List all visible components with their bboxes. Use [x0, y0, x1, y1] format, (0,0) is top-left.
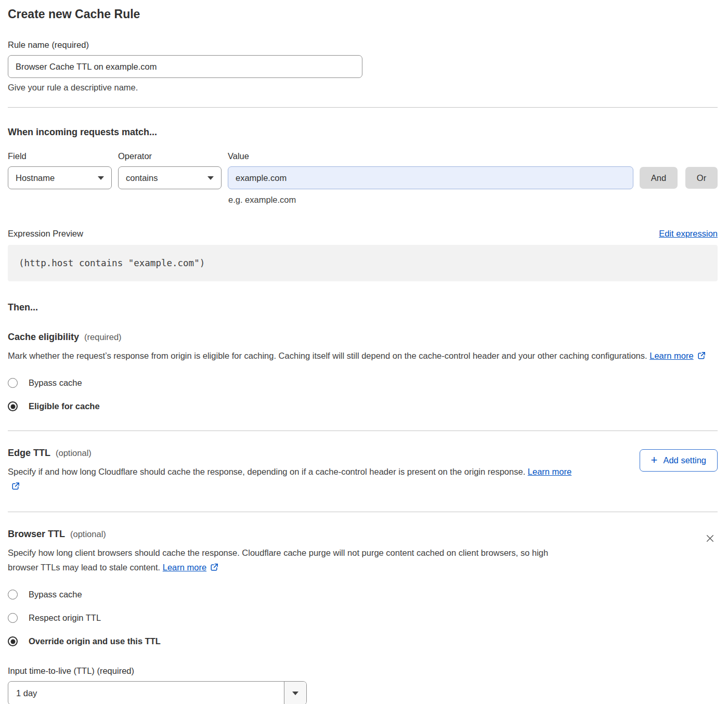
- learn-more-link[interactable]: Learn more: [528, 467, 571, 476]
- match-condition-row: Hostname contains And Or: [8, 166, 718, 189]
- radio-eligible-for-cache[interactable]: Eligible for cache: [8, 401, 100, 411]
- radio-selected-icon: [8, 636, 18, 646]
- browser-ttl-title: Browser TTL: [8, 529, 65, 540]
- divider: [8, 107, 718, 108]
- cache-eligibility-title-row: Cache eligibility (required): [8, 332, 718, 343]
- browser-ttl-radio-group: Bypass cache Respect origin TTL Override…: [8, 590, 718, 646]
- learn-more-link[interactable]: Learn more: [163, 563, 206, 572]
- ttl-select-value: 1 day: [8, 682, 284, 704]
- plus-icon: +: [651, 454, 658, 466]
- cache-eligibility-badge: (required): [84, 332, 122, 342]
- cache-eligibility-title: Cache eligibility: [8, 332, 79, 343]
- value-column-label: Value: [228, 151, 249, 161]
- radio-bypass-cache-browser[interactable]: Bypass cache: [8, 590, 82, 599]
- edge-ttl-title: Edge TTL: [8, 448, 50, 459]
- browser-ttl-title-row: Browser TTL (optional): [8, 529, 703, 540]
- browser-ttl-description: Specify how long client browsers should …: [8, 545, 577, 576]
- page-title: Create new Cache Rule: [8, 7, 718, 21]
- external-link-icon: [210, 564, 218, 573]
- value-input[interactable]: [228, 166, 633, 189]
- field-select[interactable]: Hostname: [8, 166, 112, 189]
- edge-ttl-title-row: Edge TTL (optional): [8, 448, 640, 459]
- radio-override-origin-ttl[interactable]: Override origin and use this TTL: [8, 636, 161, 646]
- browser-ttl-description-text: Specify how long client browsers should …: [8, 548, 548, 572]
- chevron-down-icon: [207, 176, 214, 180]
- value-example-help: e.g. example.com: [228, 195, 718, 205]
- radio-label: Bypass cache: [29, 590, 82, 599]
- expression-preview-label: Expression Preview: [8, 229, 83, 239]
- field-select-value: Hostname: [16, 173, 55, 183]
- chevron-down-icon: [292, 692, 298, 695]
- radio-selected-icon: [8, 401, 18, 411]
- ttl-input-label: Input time-to-live (TTL) (required): [8, 666, 718, 676]
- ttl-select[interactable]: 1 day: [8, 681, 307, 704]
- match-column-labels: Field Operator Value: [8, 151, 718, 161]
- learn-more-link[interactable]: Learn more: [649, 351, 693, 360]
- edge-ttl-description-text: Specify if and how long Cloudflare shoul…: [8, 467, 525, 476]
- operator-select-value: contains: [126, 173, 158, 183]
- rule-name-input[interactable]: [8, 55, 362, 78]
- cache-eligibility-radio-group: Bypass cache Eligible for cache: [8, 378, 718, 411]
- expression-header: Expression Preview Edit expression: [8, 229, 718, 239]
- radio-respect-origin-ttl[interactable]: Respect origin TTL: [8, 613, 101, 623]
- radio-label: Eligible for cache: [29, 401, 100, 411]
- remove-browser-ttl-button[interactable]: [703, 531, 718, 547]
- edit-expression-link[interactable]: Edit expression: [659, 229, 718, 239]
- browser-ttl-badge: (optional): [70, 529, 106, 539]
- chevron-down-icon: [98, 176, 104, 180]
- edge-ttl-section: Edge TTL (optional) Specify if and how l…: [8, 448, 718, 494]
- expression-code-block: (http.host contains "example.com"): [8, 245, 718, 281]
- browser-ttl-section: Browser TTL (optional) Specify how long …: [8, 529, 718, 704]
- cache-eligibility-description: Mark whether the request’s response from…: [8, 348, 710, 364]
- radio-label: Respect origin TTL: [29, 613, 101, 623]
- ttl-input-section: Input time-to-live (TTL) (required) 1 da…: [8, 666, 718, 704]
- operator-select[interactable]: contains: [118, 166, 222, 189]
- external-link-icon: [11, 483, 20, 492]
- close-icon: [705, 533, 716, 544]
- cache-eligibility-section: Cache eligibility (required) Mark whethe…: [8, 332, 718, 411]
- radio-unselected-icon: [8, 613, 18, 623]
- then-heading: Then...: [8, 302, 718, 313]
- external-link-icon: [697, 352, 706, 361]
- radio-label: Override origin and use this TTL: [29, 636, 161, 646]
- edge-ttl-badge: (optional): [56, 448, 92, 458]
- radio-unselected-icon: [8, 378, 18, 388]
- add-setting-button[interactable]: + Add setting: [640, 449, 718, 472]
- divider: [8, 431, 718, 431]
- edge-ttl-description: Specify if and how long Cloudflare shoul…: [8, 464, 577, 494]
- radio-label: Bypass cache: [29, 378, 82, 388]
- match-heading: When incoming requests match...: [8, 127, 718, 138]
- operator-column-label: Operator: [118, 151, 228, 161]
- divider: [8, 512, 718, 512]
- ttl-select-arrow[interactable]: [284, 682, 306, 704]
- or-button[interactable]: Or: [685, 167, 718, 189]
- rule-name-help: Give your rule a descriptive name.: [8, 83, 718, 93]
- radio-bypass-cache[interactable]: Bypass cache: [8, 378, 82, 388]
- field-column-label: Field: [8, 151, 118, 161]
- add-setting-label: Add setting: [663, 455, 706, 465]
- rule-name-section: Rule name (required) Give your rule a de…: [8, 40, 718, 93]
- rule-name-label: Rule name (required): [8, 40, 718, 50]
- cache-eligibility-description-text: Mark whether the request’s response from…: [8, 351, 647, 360]
- and-button[interactable]: And: [640, 167, 678, 189]
- radio-unselected-icon: [8, 590, 18, 599]
